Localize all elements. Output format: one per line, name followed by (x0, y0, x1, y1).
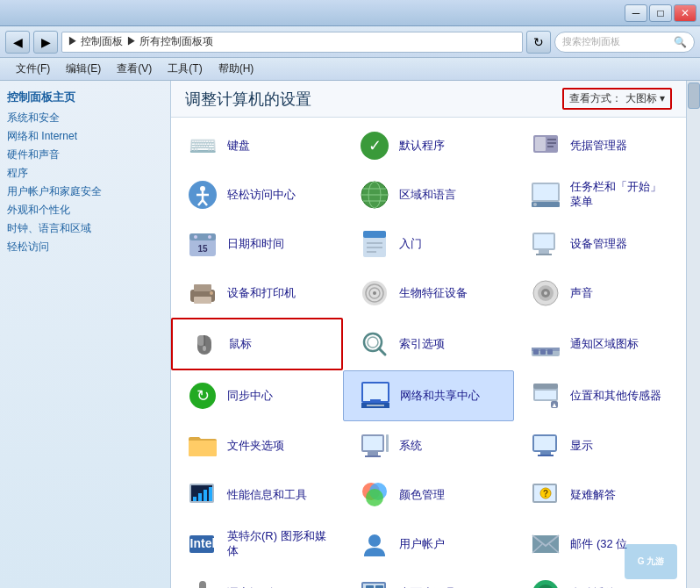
back-button[interactable]: ◀ (5, 31, 30, 54)
system-label: 系统 (399, 439, 422, 454)
svg-rect-58 (540, 349, 546, 355)
left-nav-4[interactable]: 程序 (7, 166, 163, 181)
bio-label: 生物特征设备 (399, 286, 468, 301)
printer-label: 设备和打印机 (227, 286, 296, 301)
svg-rect-38 (194, 297, 211, 304)
address-path[interactable]: ▶ 控制面板 ▶ 所有控制面板项 (61, 32, 523, 53)
location-icon: ▲ (528, 378, 563, 413)
close-button[interactable]: ✕ (674, 4, 696, 22)
icon-notify[interactable]: 通知区域图标 (514, 318, 686, 370)
icon-voucher[interactable]: 凭据管理器 (514, 121, 686, 170)
printer-icon (185, 276, 220, 311)
icon-intro[interactable]: 入门 (343, 219, 515, 269)
datetime-icon: 15 (185, 226, 220, 262)
forward-button[interactable]: ▶ (33, 31, 58, 54)
content-header: 调整计算机的设置 查看方式： 大图标 ▾ (171, 81, 686, 118)
left-nav-8[interactable]: 轻松访问 (7, 240, 163, 255)
left-nav-3[interactable]: 硬件和声音 (7, 147, 163, 162)
left-nav-5[interactable]: 用户帐户和家庭安全 (7, 184, 163, 199)
refresh-button[interactable]: ↻ (526, 31, 551, 54)
intro-label: 入门 (399, 237, 422, 252)
menu-view[interactable]: 查看(V) (110, 60, 159, 78)
display-icon (528, 428, 563, 463)
content-title: 调整计算机的设置 (185, 89, 311, 110)
keyboard-label: 键盘 (227, 139, 250, 154)
scrollbar-track[interactable] (686, 81, 700, 588)
icon-sync[interactable]: ↻ 同步中心 (171, 370, 343, 421)
icon-user[interactable]: 用户帐户 (343, 520, 515, 569)
icon-mouse[interactable]: 鼠标 (171, 318, 343, 370)
icon-device-mgr[interactable]: 设备管理器 (514, 219, 686, 269)
system-icon (357, 428, 392, 463)
left-nav-6[interactable]: 外观和个性化 (7, 203, 163, 218)
icon-display[interactable]: 显示 (514, 421, 686, 470)
voice-icon (185, 576, 220, 588)
icon-default-programs[interactable]: ✓ 默认程序 (343, 121, 515, 170)
location-label: 位置和其他传感器 (570, 389, 661, 404)
perf-icon (185, 477, 220, 513)
icon-perf[interactable]: 性能信息和工具 (171, 470, 343, 520)
svg-text:?: ? (543, 489, 548, 498)
left-nav-2[interactable]: 网络和 Internet (7, 129, 163, 144)
icon-bio[interactable]: 生物特征设备 (343, 269, 515, 318)
search-icon: 🔍 (674, 36, 687, 48)
icon-search-index[interactable]: 索引选项 (343, 318, 515, 370)
left-nav-1[interactable]: 系统和安全 (7, 111, 163, 125)
svg-rect-74 (368, 452, 378, 455)
icon-keyboard[interactable]: ⌨️ 键盘 (171, 121, 343, 170)
svg-rect-75 (365, 455, 381, 457)
svg-rect-28 (363, 231, 386, 238)
svg-rect-63 (363, 384, 388, 401)
scrollbar-thumb[interactable] (688, 82, 700, 109)
view-mode-selector[interactable]: 查看方式： 大图标 ▾ (562, 88, 672, 110)
icon-region[interactable]: 区域和语言 (343, 170, 515, 219)
network-label: 网络和共享中心 (400, 389, 480, 404)
sound-label: 声音 (570, 286, 593, 301)
icon-datetime[interactable]: 15 日期和时间 (171, 219, 343, 269)
svg-text:15: 15 (197, 244, 208, 254)
color-icon (357, 477, 392, 513)
search-box[interactable]: 搜索控制面板 🔍 (554, 32, 695, 53)
svg-rect-23 (189, 233, 216, 240)
minimize-button[interactable]: ─ (625, 4, 647, 22)
icon-taskbar[interactable]: 任务栏和「开始」菜单 (514, 170, 686, 219)
icon-voice[interactable]: 语音识别 (171, 569, 343, 588)
window-controls: ─ □ ✕ (625, 4, 696, 22)
icon-system[interactable]: 系统 (343, 421, 515, 470)
icon-desktop-gadget[interactable]: 桌面小工具 (343, 569, 515, 588)
intel-icon: Intel (185, 527, 220, 562)
icon-color[interactable]: 颜色管理 (343, 470, 515, 520)
svg-point-24 (194, 235, 197, 239)
content-panel: 调整计算机的设置 查看方式： 大图标 ▾ ⌨️ 键盘 ✓ 默认程序 (171, 81, 686, 588)
icon-intel[interactable]: Intel 英特尔(R) 图形和媒体 (171, 520, 343, 569)
menu-tools[interactable]: 工具(T) (161, 60, 209, 78)
menu-bar: 文件(F) 编辑(E) 查看(V) 工具(T) 帮助(H) (0, 58, 700, 81)
svg-rect-85 (204, 490, 207, 501)
menu-help[interactable]: 帮助(H) (211, 60, 261, 78)
watermark: G 九游 (625, 544, 677, 579)
svg-rect-86 (209, 487, 212, 501)
icon-printer[interactable]: 设备和打印机 (171, 269, 343, 318)
menu-edit[interactable]: 编辑(E) (59, 60, 108, 78)
svg-rect-5 (547, 142, 556, 144)
left-nav-7[interactable]: 时钟、语言和区域 (7, 221, 163, 236)
accessibility-icon (185, 177, 220, 212)
address-bar: ◀ ▶ ▶ 控制面板 ▶ 所有控制面板项 ↻ 搜索控制面板 🔍 (0, 26, 700, 58)
icon-troubleshoot[interactable]: ? 疑难解答 (514, 470, 686, 520)
maximize-button[interactable]: □ (649, 4, 672, 22)
svg-rect-35 (536, 254, 552, 255)
svg-point-51 (203, 346, 206, 351)
icon-accessibility[interactable]: 轻松访问中心 (171, 170, 343, 219)
svg-text:✓: ✓ (368, 137, 381, 154)
search-index-label: 索引选项 (399, 337, 445, 352)
icon-folder[interactable]: 文件夹选项 (171, 421, 343, 470)
menu-file[interactable]: 文件(F) (9, 60, 57, 78)
display-label: 显示 (570, 439, 593, 454)
troubleshoot-icon: ? (528, 477, 563, 513)
icon-sound[interactable]: 声音 (514, 269, 686, 318)
view-mode-label: 查看方式： (569, 91, 622, 106)
search-index-icon (357, 326, 392, 362)
icon-network[interactable]: 网络和共享中心 (343, 370, 515, 421)
troubleshoot-label: 疑难解答 (570, 488, 616, 503)
icon-location[interactable]: ▲ 位置和其他传感器 (514, 370, 686, 421)
